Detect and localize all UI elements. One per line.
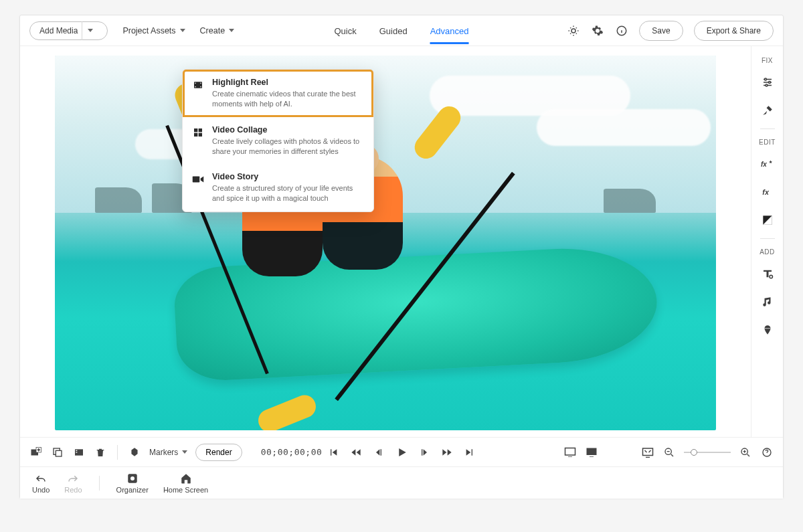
trash-icon[interactable]	[94, 446, 107, 459]
film-reel-icon	[192, 79, 204, 91]
go-to-end-icon[interactable]	[463, 446, 476, 459]
save-button[interactable]: Save	[639, 21, 683, 41]
music-icon[interactable]	[759, 293, 776, 311]
zoom-out-icon[interactable]	[662, 446, 676, 459]
kayak-shape	[173, 244, 660, 382]
organizer-icon	[126, 472, 139, 484]
create-item-highlight-reel[interactable]: Highlight Reel Create cinematic videos t…	[183, 70, 373, 117]
svg-text:fx: fx	[762, 188, 770, 196]
svg-rect-8	[199, 128, 202, 132]
zoom-in-icon[interactable]	[739, 446, 752, 459]
create-item-desc: Create a structured story of your life e…	[212, 183, 364, 203]
redo-icon	[67, 472, 79, 484]
undo-label: Undo	[32, 486, 50, 494]
video-story-icon	[192, 173, 204, 185]
go-to-start-icon[interactable]	[327, 446, 340, 459]
fx-icon[interactable]: fx	[759, 183, 776, 201]
tools-icon[interactable]	[759, 102, 776, 119]
svg-rect-3	[195, 83, 195, 84]
tab-advanced[interactable]: Advanced	[430, 17, 469, 44]
graphics-icon[interactable]	[759, 321, 776, 339]
right-rail: FIX EDIT fx fx ADD	[751, 46, 783, 437]
organizer-button[interactable]: Organizer	[116, 472, 149, 494]
top-toolbar: Add Media Project Assets Create Quick Gu…	[20, 15, 783, 46]
export-share-button[interactable]: Export & Share	[694, 21, 774, 41]
save-label: Save	[652, 26, 670, 35]
zoom-slider[interactable]	[684, 452, 731, 453]
fast-forward-icon[interactable]	[440, 446, 454, 459]
clip-monitor-icon[interactable]	[51, 446, 64, 459]
timeline-add-media-icon[interactable]	[29, 446, 43, 459]
undo-icon	[35, 472, 47, 484]
help-icon[interactable]	[760, 446, 774, 459]
svg-rect-5	[200, 83, 201, 84]
svg-point-18	[770, 275, 773, 278]
rail-section-fix: FIX	[762, 57, 773, 64]
rock-shape	[95, 187, 142, 213]
marker-icon[interactable]	[128, 446, 141, 459]
brightness-icon[interactable]	[567, 24, 580, 37]
project-assets-menu[interactable]: Project Assets	[122, 26, 185, 35]
svg-rect-24	[76, 450, 77, 450]
svg-point-12	[764, 78, 766, 80]
safe-margins-icon[interactable]	[563, 446, 577, 459]
play-icon[interactable]	[395, 446, 408, 459]
chevron-down-icon	[182, 450, 187, 454]
step-forward-icon[interactable]	[418, 446, 431, 459]
add-media-button[interactable]: Add Media	[29, 21, 108, 40]
svg-point-33	[130, 476, 135, 480]
titles-icon[interactable]	[759, 265, 776, 282]
create-item-desc: Create lively collages with photos & vid…	[212, 137, 364, 157]
svg-text:fx: fx	[761, 161, 767, 168]
organizer-label: Organizer	[116, 486, 149, 494]
gear-icon[interactable]	[591, 24, 604, 37]
create-item-desc: Create cinematic videos that curate the …	[212, 89, 364, 109]
create-menu-trigger[interactable]: Create	[200, 26, 235, 35]
redo-label: Redo	[64, 486, 82, 494]
svg-point-13	[768, 82, 770, 84]
preview-canvas[interactable]	[55, 56, 716, 430]
create-item-video-story[interactable]: Video Story Create a structured story of…	[183, 164, 373, 211]
svg-rect-9	[194, 132, 197, 136]
add-media-label: Add Media	[39, 26, 78, 35]
svg-rect-6	[200, 86, 201, 87]
export-share-label: Export & Share	[707, 26, 761, 35]
render-button[interactable]: Render	[195, 444, 242, 461]
markers-dropdown[interactable]: Markers	[149, 448, 187, 457]
paddle-blade	[255, 391, 319, 430]
fit-to-screen-icon[interactable]	[641, 446, 654, 459]
rail-section-edit: EDIT	[759, 139, 776, 146]
svg-rect-10	[199, 132, 202, 136]
project-assets-label: Project Assets	[122, 26, 175, 35]
home-screen-button[interactable]: Home Screen	[163, 472, 208, 494]
redo-button[interactable]: Redo	[64, 472, 82, 494]
rail-section-add: ADD	[760, 248, 775, 256]
mode-tabs: Quick Guided Advanced	[335, 17, 469, 44]
svg-rect-28	[643, 448, 653, 456]
svg-rect-25	[76, 452, 77, 452]
render-label: Render	[205, 448, 232, 457]
info-icon[interactable]	[615, 24, 628, 37]
undo-button[interactable]: Undo	[32, 472, 50, 494]
chevron-down-icon	[88, 29, 93, 32]
create-item-title: Video Story	[212, 172, 364, 181]
create-item-video-collage[interactable]: Video Collage Create lively collages wit…	[183, 117, 373, 165]
create-dropdown: Highlight Reel Create cinematic videos t…	[182, 69, 374, 212]
sliders-icon[interactable]	[759, 74, 776, 91]
collage-icon	[192, 126, 204, 139]
fullscreen-icon[interactable]	[585, 446, 598, 459]
color-correction-icon[interactable]	[759, 211, 776, 229]
zoom-slider-thumb[interactable]	[691, 449, 697, 456]
playback-control-bar: Markers Render 00;00;00;00	[20, 437, 783, 466]
step-back-icon[interactable]	[372, 446, 385, 459]
tab-guided[interactable]: Guided	[379, 17, 408, 44]
properties-icon[interactable]	[72, 446, 86, 459]
tab-quick[interactable]: Quick	[335, 17, 357, 44]
transport-controls	[327, 446, 476, 459]
svg-rect-27	[587, 448, 597, 456]
timecode-display[interactable]: 00;00;00;00	[261, 447, 323, 457]
rewind-icon[interactable]	[349, 446, 363, 459]
create-label: Create	[200, 26, 226, 35]
add-media-caret[interactable]	[82, 21, 98, 40]
fx-star-icon[interactable]: fx	[759, 155, 776, 173]
